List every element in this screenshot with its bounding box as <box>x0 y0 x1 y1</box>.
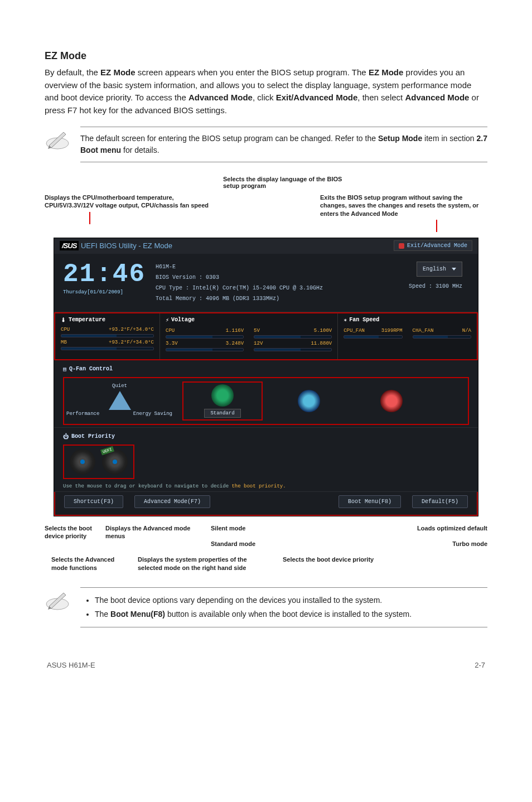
standard-label: Standard <box>204 409 240 418</box>
bold-span: Advanced Mode <box>188 93 253 102</box>
board-model: H61M-E <box>156 262 323 272</box>
note-bullet-2: The Boot Menu(F8) button is available on… <box>95 607 487 621</box>
text-span: By default, the <box>45 67 100 77</box>
system-info: H61M-E BIOS Version : 0303 CPU Type : In… <box>156 262 323 304</box>
energy-saving-label: Energy Saving <box>133 411 172 417</box>
note-list: The boot device options vary depending o… <box>80 587 487 627</box>
bios-title: /SUS UEFI BIOS Utility - EZ Mode <box>60 241 172 250</box>
chevron-down-icon <box>452 268 456 270</box>
brand-logo: /SUS <box>60 241 79 250</box>
performance-selector[interactable]: Quiet Performance Energy Saving <box>66 384 172 418</box>
bios-version: BIOS Version : 0303 <box>156 272 323 283</box>
callout-exit: Exits the BIOS setup program without sav… <box>320 194 487 232</box>
bios-screenshot: /SUS UEFI BIOS Utility - EZ Mode Exit/Ad… <box>54 238 478 516</box>
fan-green-icon <box>211 384 234 407</box>
quiet-label: Quiet <box>112 383 127 389</box>
bold-span: EZ Mode <box>369 67 404 77</box>
callout-advanced-menus: Displays the Advanced mode menus <box>105 524 203 548</box>
text-span: screen appears when you enter the BIOS s… <box>136 67 369 77</box>
text-span: , click <box>253 93 276 102</box>
uefi-tag: UEFI <box>100 446 114 456</box>
callout-system-properties: Displays the system properties of the se… <box>138 555 260 572</box>
language-select[interactable]: English <box>417 262 462 277</box>
boot-priority-title: ⏻ Boot Priority <box>63 433 469 440</box>
note-text: The default screen for entering the BIOS… <box>80 127 487 162</box>
footer-product: ASUS H61M-E <box>47 661 95 669</box>
default-button[interactable]: Default(F5) <box>412 495 468 508</box>
bold-span: Exit/Advanced Mode <box>276 93 358 102</box>
bold-span: Advanced Mode <box>405 93 469 102</box>
cpu-type: CPU Type : Intel(R) Core(TM) i5-2400 CPU… <box>156 283 323 293</box>
exit-icon <box>399 243 404 249</box>
silent-mode-box[interactable] <box>273 390 345 412</box>
callout-boot-device: Selects the boot device priority <box>45 524 98 548</box>
boot-menu-button[interactable]: Boot Menu(F8) <box>338 495 401 508</box>
callout-language: Selects the display language of the BIOS… <box>223 176 351 189</box>
date-label: Thursday[01/01/2009] <box>63 289 146 295</box>
exit-advanced-button[interactable]: Exit/Advanced Mode <box>394 240 472 251</box>
section-title: EZ Mode <box>45 50 487 62</box>
fan-blue-icon <box>298 390 320 412</box>
text-span: The default screen for entering the BIOS… <box>80 134 378 143</box>
voltage-title: ⚡ Voltage <box>166 317 332 323</box>
advanced-mode-button[interactable]: Advanced Mode(F7) <box>134 495 210 508</box>
callout-standard: Standard mode <box>211 540 311 548</box>
callout-loads-default: Loads optimized default <box>319 524 487 532</box>
callout-boot-priority: Selects the boot device priority <box>283 555 405 572</box>
pencil-note-icon <box>45 587 70 613</box>
text-span: for details. <box>121 146 159 154</box>
stats-panel: 🌡 Temperature CPU+93.2°F/+34.0°C MB+93.2… <box>54 312 478 360</box>
performance-label: Performance <box>66 411 99 417</box>
callout-advanced-functions: Selects the Advanced mode functions <box>51 555 115 572</box>
clock-display: 21:46 <box>63 262 146 287</box>
total-memory: Total Memory : 4096 MB (DDR3 1333MHz) <box>156 293 323 304</box>
temperature-title: 🌡 Temperature <box>61 317 154 323</box>
pencil-note-icon <box>45 127 70 152</box>
text-span: , then select <box>357 93 405 102</box>
turbo-mode-box[interactable] <box>355 390 428 412</box>
shortcut-button[interactable]: Shortcut(F3) <box>64 495 123 508</box>
boot-hint: Use the mouse to drag or keyboard to nav… <box>63 484 469 489</box>
note-bullet-1: The boot device options vary depending o… <box>95 593 487 607</box>
cpu-speed: Speed : 3100 MHz <box>409 281 462 292</box>
footer-page-number: 2-7 <box>475 661 485 669</box>
fan-speed-title: ✶ Fan Speed <box>344 317 471 323</box>
bold-span: Setup Mode <box>378 134 422 143</box>
fan-red-icon <box>380 390 403 412</box>
boot-priority-selector[interactable]: UEFI <box>63 445 134 479</box>
callout-temp-volt-fan: Displays the CPU/motherboard temperature… <box>45 194 223 232</box>
bold-span: EZ Mode <box>100 67 136 77</box>
callout-silent: Silent mode <box>211 524 311 532</box>
boot-device-2-uefi[interactable]: UEFI <box>102 449 128 475</box>
standard-mode-box[interactable]: Standard <box>182 381 263 421</box>
qfan-title: ▤ Q-Fan Control <box>63 366 469 373</box>
callout-turbo: Turbo mode <box>319 540 487 548</box>
boot-device-1[interactable] <box>70 449 95 475</box>
body-paragraph: By default, the EZ Mode screen appears w… <box>45 66 487 117</box>
text-span: item in section <box>422 134 476 143</box>
